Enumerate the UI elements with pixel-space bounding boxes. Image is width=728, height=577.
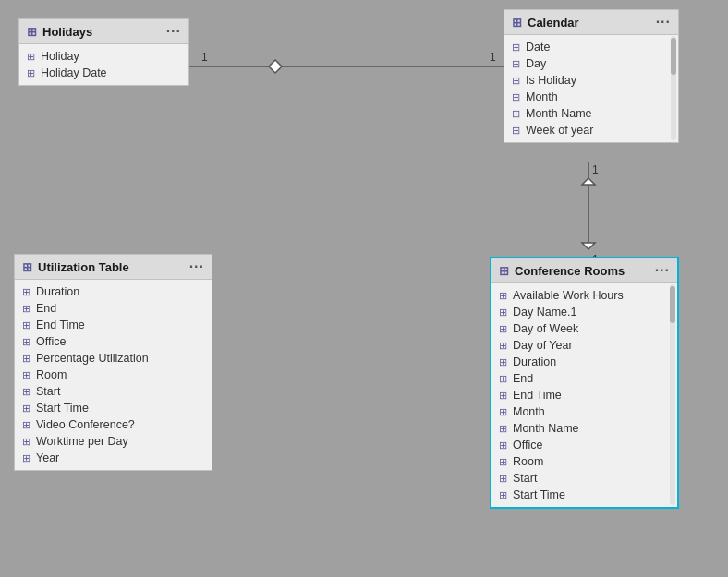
field-icon: ⊞ [499, 290, 507, 302]
field-icon: ⊞ [27, 67, 35, 79]
list-item: ⊞ End [491, 370, 677, 387]
list-item: ⊞ End [15, 300, 212, 317]
field-icon: ⊞ [499, 423, 507, 435]
field-icon: ⊞ [22, 419, 30, 431]
field-icon: ⊞ [22, 369, 30, 381]
list-item: ⊞ Is Holiday [504, 72, 678, 89]
conference-rooms-table-title: Conference Rooms [515, 264, 625, 278]
field-icon: ⊞ [512, 125, 520, 137]
list-item: ⊞ Start [15, 383, 212, 400]
calendar-table-menu[interactable]: ··· [656, 15, 671, 30]
list-item: ⊞ Holiday [19, 48, 188, 65]
svg-text:1: 1 [592, 163, 599, 176]
list-item: ⊞ Date [504, 39, 678, 55]
list-item: ⊞ End Time [15, 317, 212, 333]
holidays-table-title: Holidays [42, 25, 92, 39]
list-item: ⊞ Year [15, 450, 212, 466]
field-icon: ⊞ [499, 473, 507, 485]
calendar-table[interactable]: ⊞ Calendar ··· ⊞ Date ⊞ Day ⊞ Is Holiday… [504, 9, 679, 143]
list-item: ⊞ Day of Week [491, 320, 677, 337]
list-item: ⊞ Day of Year [491, 337, 677, 354]
utilization-table-icon: ⊞ [22, 260, 32, 274]
conference-rooms-table-header: ⊞ Conference Rooms ··· [491, 258, 677, 283]
list-item: ⊞ Video Conference? [15, 416, 212, 433]
field-icon: ⊞ [22, 386, 30, 398]
field-icon: ⊞ [22, 336, 30, 348]
field-icon: ⊞ [22, 319, 30, 331]
list-item: ⊞ Start [491, 470, 677, 487]
list-item: ⊞ Duration [15, 283, 212, 300]
svg-text:1: 1 [490, 51, 496, 64]
field-icon: ⊞ [512, 42, 520, 54]
list-item: ⊞ Month Name [491, 420, 677, 437]
list-item: ⊞ Room [15, 367, 212, 383]
field-icon: ⊞ [22, 286, 30, 298]
holidays-table-menu[interactable]: ··· [166, 24, 181, 39]
field-icon: ⊞ [512, 75, 520, 87]
field-icon: ⊞ [499, 390, 507, 402]
calendar-table-body: ⊞ Date ⊞ Day ⊞ Is Holiday ⊞ Month ⊞ Mont… [504, 35, 678, 142]
svg-marker-8 [582, 243, 595, 249]
field-icon: ⊞ [499, 356, 507, 368]
field-icon: ⊞ [27, 51, 35, 63]
utilization-table-body: ⊞ Duration ⊞ End ⊞ End Time ⊞ Office ⊞ P… [15, 280, 212, 470]
calendar-table-header: ⊞ Calendar ··· [504, 10, 678, 35]
list-item: ⊞ Week of year [504, 122, 678, 138]
holidays-table[interactable]: ⊞ Holidays ··· ⊞ Holiday ⊞ Holiday Date [18, 18, 189, 86]
field-icon: ⊞ [499, 489, 507, 501]
field-icon: ⊞ [499, 456, 507, 468]
field-icon: ⊞ [512, 58, 520, 70]
field-icon: ⊞ [499, 307, 507, 319]
list-item: ⊞ Duration [491, 354, 677, 370]
calendar-table-title: Calendar [528, 16, 579, 30]
utilization-table[interactable]: ⊞ Utilization Table ··· ⊞ Duration ⊞ End… [14, 254, 212, 471]
svg-marker-2 [269, 60, 282, 73]
list-item: ⊞ Office [15, 333, 212, 350]
list-item: ⊞ Worktime per Day [15, 433, 212, 450]
holidays-table-icon: ⊞ [27, 25, 37, 39]
holidays-table-header: ⊞ Holidays ··· [19, 19, 188, 44]
field-icon: ⊞ [22, 403, 30, 415]
field-icon: ⊞ [499, 373, 507, 385]
list-item: ⊞ Month [491, 403, 677, 420]
list-item: ⊞ Holiday Date [19, 65, 188, 81]
svg-text:1: 1 [201, 51, 208, 64]
conference-rooms-table[interactable]: ⊞ Conference Rooms ··· ⊞ Available Work … [490, 257, 679, 509]
utilization-table-header: ⊞ Utilization Table ··· [15, 255, 212, 280]
list-item: ⊞ Month Name [504, 105, 678, 122]
list-item: ⊞ End Time [491, 387, 677, 403]
field-icon: ⊞ [22, 303, 30, 315]
field-icon: ⊞ [499, 340, 507, 352]
conference-rooms-table-icon: ⊞ [499, 264, 509, 278]
calendar-table-icon: ⊞ [512, 16, 522, 30]
field-icon: ⊞ [512, 91, 520, 103]
svg-marker-7 [582, 178, 595, 185]
conference-rooms-table-body: ⊞ Available Work Hours ⊞ Day Name.1 ⊞ Da… [491, 283, 677, 507]
list-item: ⊞ Available Work Hours [491, 287, 677, 304]
field-icon: ⊞ [22, 353, 30, 365]
list-item: ⊞ Day [504, 55, 678, 72]
utilization-table-menu[interactable]: ··· [189, 259, 204, 274]
list-item: ⊞ Month [504, 89, 678, 105]
field-icon: ⊞ [499, 439, 507, 451]
list-item: ⊞ Start Time [15, 400, 212, 416]
field-icon: ⊞ [22, 452, 30, 464]
list-item: ⊞ Percentage Utilization [15, 350, 212, 367]
field-icon: ⊞ [499, 323, 507, 335]
list-item: ⊞ Room [491, 453, 677, 470]
conference-rooms-table-menu[interactable]: ··· [655, 263, 670, 278]
field-icon: ⊞ [499, 406, 507, 418]
field-icon: ⊞ [512, 108, 520, 120]
list-item: ⊞ Office [491, 437, 677, 453]
utilization-table-title: Utilization Table [38, 260, 129, 274]
holidays-table-body: ⊞ Holiday ⊞ Holiday Date [19, 44, 188, 85]
field-icon: ⊞ [22, 436, 30, 448]
list-item: ⊞ Day Name.1 [491, 304, 677, 320]
list-item: ⊞ Start Time [491, 487, 677, 503]
